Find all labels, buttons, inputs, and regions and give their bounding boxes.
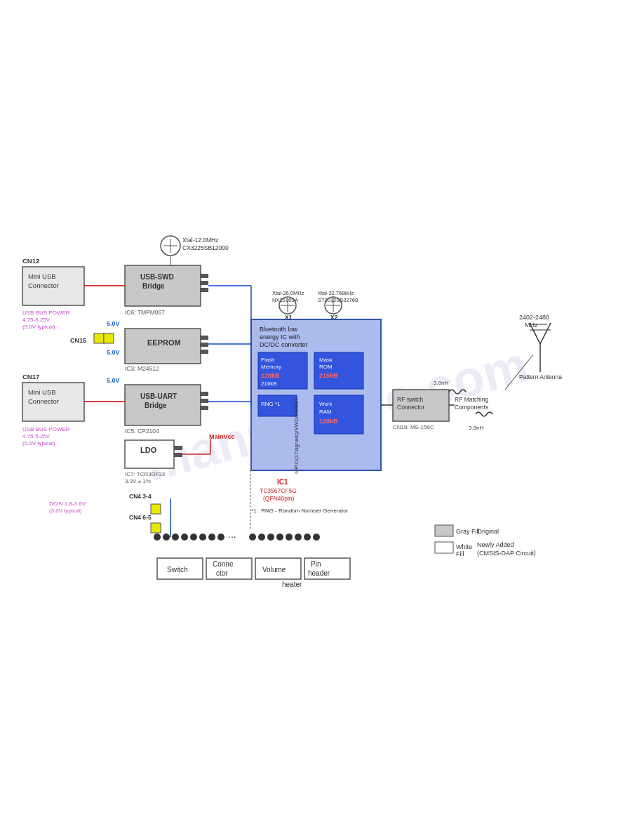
legend-white-desc1: Newly Added [477,541,514,548]
legend-gray-label: Gray Fill [456,528,480,535]
svg-text:(5.0V typical): (5.0V typical) [22,324,55,330]
svg-text:Bridge: Bridge [142,282,165,290]
ldo-ic: IC7: TCR3DF33 [125,471,166,477]
rng-note: *1 : RNG - Random Number Generator [251,508,349,514]
connector-label2: ctor [216,569,228,577]
svg-text:Components: Components [455,404,488,411]
svg-text:NX2016SA: NX2016SA [272,297,298,303]
flash-memory-label: Flash [261,357,275,363]
antenna-label1: Pattern Antenna [519,373,562,380]
svg-rect-13 [200,406,208,410]
svg-rect-16 [174,453,182,457]
cn4-indicator2 [151,523,161,533]
svg-point-53 [249,534,256,541]
heater-label: heater [282,581,302,588]
connector-label1: Conne [213,560,234,568]
svg-point-59 [304,534,311,541]
cn12-power-label: USB BUS POWER [22,310,70,316]
cn17-sub: Mini USB [28,388,56,396]
rng-label: RNG *1 [261,401,281,407]
legend-white-label1: White [456,543,472,550]
svg-point-45 [163,534,170,541]
mask-rom-label: Mask [319,357,333,363]
xtal-x2-ref: X2 [330,314,338,321]
cn15-indicator1 [94,333,104,343]
svg-point-60 [313,534,320,541]
svg-point-48 [190,534,197,541]
cn17-label: CN17 [22,373,39,380]
freq-label: 2402-2480 [519,314,549,321]
legend-gray-box [435,525,453,536]
svg-rect-15 [174,446,182,450]
svg-point-54 [258,534,265,541]
svg-rect-8 [200,343,208,347]
cn12-id: CN12 [22,257,39,265]
svg-text:DC/DC converter: DC/DC converter [260,341,308,348]
svg-text:ST2012SB32768: ST2012SB32768 [318,297,358,303]
legend-white-label2: Fill [456,550,464,557]
work-ram-label: Work [319,401,333,407]
svg-point-55 [267,534,274,541]
ldo-box [125,440,174,468]
ldo-label: LDO [140,446,157,454]
cn12-label: Mini USB [28,272,56,280]
v50-label3: 5.0V [107,377,120,384]
eeprom-ic: IC3: M24512 [125,365,159,372]
rf-switch-ic: CN18: MS-156C [393,424,434,430]
ic1-sub: TC3567CF5G [260,487,297,494]
svg-rect-12 [200,399,208,403]
cn4-indicator1 [151,504,161,514]
xtal-x1-ref: X1 [285,314,293,321]
svg-point-58 [295,534,302,541]
main-vcc-label: MainVcc [209,433,235,440]
bluetooth-ic-label1: Bluetooth low [260,326,298,333]
svg-point-47 [181,534,188,541]
svg-text:Connector: Connector [28,397,59,405]
svg-point-51 [217,534,224,541]
cn17-power-label: USB BUS POWER [22,426,70,432]
ic1-label: IC1 [277,478,288,486]
legend-white-box [435,542,453,553]
svg-text:energy IC with: energy IC with [260,333,300,340]
svg-rect-5 [200,281,208,285]
legend-gray-desc: Original [477,528,499,535]
usb-swd-label: USB-SWD [140,273,174,281]
svg-text:Connector: Connector [397,404,424,411]
usb-swd-connector1 [200,274,208,278]
svg-text:RAM: RAM [319,409,332,415]
inductor1-label: 3.6nH [434,380,449,386]
cn15-label: CN15 [70,337,86,344]
svg-rect-11 [200,392,208,396]
svg-point-57 [286,534,293,541]
svg-text:4.75-5.25V: 4.75-5.25V [22,317,51,323]
svg-rect-6 [200,288,208,292]
svg-rect-7 [200,336,208,340]
svg-text:Memory: Memory [261,364,281,370]
svg-text:(QFN40pin): (QFN40pin) [263,495,295,502]
usb-swd-ic: IC6: TMPM067 [125,309,165,316]
v50-label2: 5.0V [107,349,120,356]
svg-text:CX3225SB12000: CX3225SB12000 [182,244,229,251]
volume-label: Volume [262,566,286,574]
usb-uart-label: USB-UART [140,392,177,400]
rf-matching-label: RF Matching [455,396,488,403]
svg-text:Bridge: Bridge [145,402,167,409]
svg-rect-9 [200,350,208,354]
gpio-label: GPIO(17signals)/SWD/RESET [293,397,300,474]
usb-uart-ic: IC5: CP2104 [125,428,159,435]
work-ram-size: 128kB [319,418,338,425]
xtal-x2-label: Xtal-32.768kHz [318,290,354,296]
mask-rom-size: 216kB [319,372,338,379]
svg-point-49 [199,534,206,541]
svg-text:Connector: Connector [28,282,59,289]
svg-text:ROM: ROM [319,364,333,370]
cn4-34-label: CN4 3-4 [129,493,152,500]
svg-text:···: ··· [228,531,236,542]
circuit-diagram: manualsive.com Mini USB Connector CN12 U… [0,0,644,834]
svg-text:4.75-5.25V: 4.75-5.25V [22,433,51,439]
svg-text:(5.0V typical): (5.0V typical) [22,440,55,446]
legend-white-desc2: (CMSIS-DAP Circuit) [477,550,536,557]
svg-text:MHz: MHz [525,322,538,329]
dcin-label1: DCIN 1.8-3.6V [49,501,86,507]
xtal-x1-label: Xtal-26.0MHz [272,290,304,296]
